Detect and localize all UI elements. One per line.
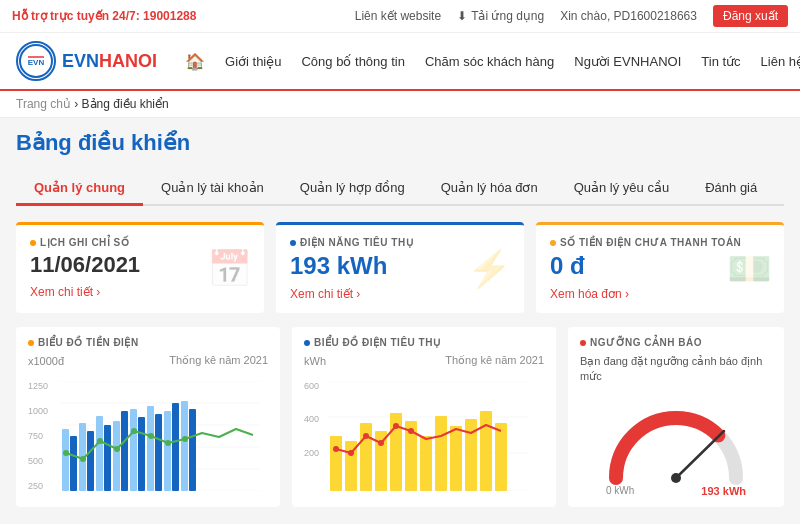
breadcrumb-current: Bảng điều khiển (82, 97, 169, 111)
gauge-max-label: 193 kWh (701, 485, 746, 497)
dot-chart-1 (28, 340, 34, 346)
tab-quan-ly-tai-khoan[interactable]: Quản lý tài khoản (143, 172, 282, 206)
chart-nguong-canh-bao: NGƯỠNG CẢNH BÁO Bạn đang đặt ngưỡng cảnh… (568, 327, 784, 507)
chart-year-2: Thống kê năm 2021 (445, 354, 544, 367)
download-icon: ⬇ (457, 9, 467, 23)
card-link-2[interactable]: Xem chi tiết › (290, 287, 360, 301)
svg-point-50 (348, 450, 354, 456)
svg-point-49 (333, 446, 339, 452)
top-bar-right: Liên kết website ⬇ Tải ứng dụng Xin chào… (355, 5, 788, 27)
dot-gold (550, 240, 556, 246)
bar-chart-svg-1 (60, 381, 260, 491)
svg-rect-15 (113, 421, 120, 491)
dot-blue (290, 240, 296, 246)
nav-cham-soc[interactable]: Chăm sóc khách hàng (417, 50, 562, 73)
svg-point-28 (114, 446, 120, 452)
nav-lien-he[interactable]: Liên hệ (753, 50, 800, 73)
card-label-2: ĐIỆN NĂNG TIÊU THỤ (290, 237, 510, 248)
svg-rect-22 (172, 403, 179, 491)
chart-tien-dien: BIỂU ĐỒ TIỀN ĐIỆN x1000đ Thống kê năm 20… (16, 327, 280, 507)
gauge-svg (596, 393, 756, 493)
card-link-3[interactable]: Xem hóa đơn › (550, 287, 629, 301)
greeting: Xin chào, PD1600218663 (560, 9, 697, 23)
svg-rect-19 (147, 406, 154, 491)
svg-rect-48 (495, 423, 507, 491)
svg-point-26 (80, 456, 86, 462)
breadcrumb-home[interactable]: Trang chủ (16, 97, 71, 111)
svg-rect-17 (130, 409, 137, 491)
tab-quan-ly-chung[interactable]: Quản lý chung (16, 172, 143, 206)
tab-quan-ly-hoa-don[interactable]: Quản lý hóa đơn (423, 172, 556, 206)
chart-label-3: NGƯỠNG CẢNH BÁO (580, 337, 772, 348)
support-label: Hỗ trợ trực tuyến 24/7: (12, 9, 140, 23)
svg-point-30 (148, 433, 154, 439)
svg-point-56 (671, 473, 681, 483)
svg-rect-9 (62, 429, 69, 491)
breadcrumb-separator: › (74, 97, 81, 111)
chart-label-1: BIỂU ĐỒ TIỀN ĐIỆN (28, 337, 268, 348)
logo-circle: EVN (16, 41, 56, 81)
svg-text:EVN: EVN (28, 58, 45, 67)
chart-dien-tieu-thu: BIỂU ĐỒ ĐIỆN TIÊU THỤ kWh Thống kê năm 2… (292, 327, 556, 507)
chart-unit-2: kWh (304, 355, 326, 367)
card-link-1[interactable]: Xem chi tiết › (30, 285, 100, 299)
svg-rect-23 (181, 401, 188, 491)
top-bar: Hỗ trợ trực tuyến 24/7: 19001288 Liên kế… (0, 0, 800, 33)
y-labels-1: 1250 1000 750 500 250 (28, 381, 56, 491)
svg-point-52 (378, 440, 384, 446)
home-nav-icon[interactable]: 🏠 (177, 48, 213, 75)
svg-point-54 (408, 428, 414, 434)
chart-unit-1: x1000đ (28, 355, 64, 367)
card-tien-dien: SỐ TIỀN ĐIỆN CHƯA THANH TOÁN 0 đ Xem hóa… (536, 222, 784, 313)
chart-title-row-1: x1000đ Thống kê năm 2021 (28, 354, 268, 367)
svg-rect-12 (87, 431, 94, 491)
gauge-description: Bạn đang đặt ngưỡng cảnh báo định mức (580, 354, 772, 385)
cards-row: LỊCH GHI CHỈ SỐ 11/06/2021 Xem chi tiết … (16, 222, 784, 313)
breadcrumb: Trang chủ › Bảng điều khiển (0, 91, 800, 118)
link-website[interactable]: Liên kết website (355, 9, 441, 23)
chart-area-2: 600 400 200 (304, 371, 544, 491)
gauge-min-label: 0 kWh (606, 485, 634, 497)
chart-year-1: Thống kê năm 2021 (169, 354, 268, 367)
tai-ung-dung[interactable]: ⬇ Tải ứng dụng (457, 9, 544, 23)
logout-button[interactable]: Đăng xuất (713, 5, 788, 27)
svg-point-51 (363, 433, 369, 439)
card-icon-calendar: 📅 (207, 248, 252, 290)
chart-area-1: 1250 1000 750 500 250 (28, 371, 268, 491)
svg-rect-45 (450, 426, 462, 491)
nav-gioi-thieu[interactable]: Giới thiệu (217, 50, 289, 73)
svg-point-32 (182, 436, 188, 442)
nav-tin-tuc[interactable]: Tin tức (693, 50, 748, 73)
card-icon-money: 💵 (727, 248, 772, 290)
svg-rect-43 (420, 436, 432, 491)
support-info: Hỗ trợ trực tuyến 24/7: 19001288 (12, 9, 196, 23)
nav-cong-bo[interactable]: Công bố thông tin (293, 50, 412, 73)
svg-point-25 (63, 450, 69, 456)
card-label-1: LỊCH GHI CHỈ SỐ (30, 237, 250, 248)
tab-danh-gia[interactable]: Đánh giá (687, 172, 775, 206)
dot-chart-2 (304, 340, 310, 346)
svg-point-29 (131, 428, 137, 434)
tab-quan-ly-hop-dong[interactable]: Quản lý hợp đồng (282, 172, 423, 206)
dot-chart-3 (580, 340, 586, 346)
bar-chart-svg-2 (328, 381, 528, 491)
svg-rect-24 (189, 409, 196, 491)
gauge-axis-labels: 0 kWh 193 kWh (606, 485, 746, 497)
svg-rect-47 (480, 411, 492, 491)
tabs: Quản lý chung Quản lý tài khoản Quản lý … (16, 172, 784, 206)
svg-line-55 (676, 431, 724, 478)
phone-number[interactable]: 19001288 (143, 9, 196, 23)
main-nav: 🏠 Giới thiệu Công bố thông tin Chăm sóc … (177, 48, 800, 75)
nav-nguoi-evn[interactable]: Người EVNHANOI (566, 50, 689, 73)
svg-point-27 (97, 438, 103, 444)
chart-label-2: BIỂU ĐỒ ĐIỆN TIÊU THỤ (304, 337, 544, 348)
svg-rect-18 (138, 417, 145, 491)
y-labels-2: 600 400 200 (304, 381, 324, 491)
card-label-3: SỐ TIỀN ĐIỆN CHƯA THANH TOÁN (550, 237, 770, 248)
chart-title-row-2: kWh Thống kê năm 2021 (304, 354, 544, 367)
charts-row: BIỂU ĐỒ TIỀN ĐIỆN x1000đ Thống kê năm 20… (16, 327, 784, 507)
tab-quan-ly-yeu-cau[interactable]: Quản lý yêu cầu (556, 172, 688, 206)
svg-rect-44 (435, 416, 447, 491)
svg-rect-20 (155, 414, 162, 491)
svg-point-53 (393, 423, 399, 429)
